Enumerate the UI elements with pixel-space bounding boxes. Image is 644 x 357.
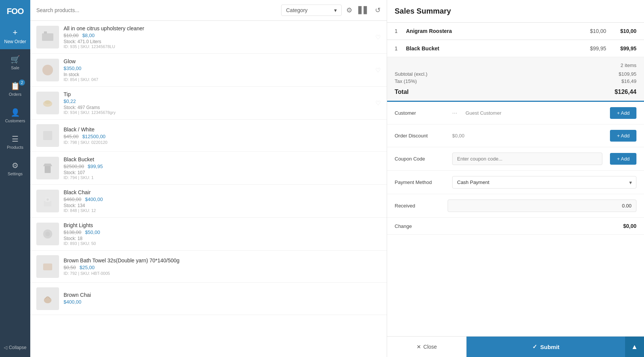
product-current-price: $0,22 [64, 98, 76, 104]
new-order-button[interactable]: + New Order [0, 23, 30, 49]
order-item-unit-price: $10,00 [576, 28, 606, 34]
change-value: $0,00 [448, 223, 636, 229]
product-item[interactable]: Tip $0,22 Stock: 497 Grams ID: 934 | SKU… [30, 87, 387, 120]
sidebar-item-sale-label: Sale [11, 65, 19, 70]
product-id-sku: ID: 935 | SKU: 12345678LU [64, 44, 371, 49]
svg-point-2 [42, 65, 53, 75]
coupon-input[interactable] [452, 153, 602, 165]
product-item[interactable]: Black Chair $460,00 $400,00 Stock: 134 I… [30, 185, 387, 218]
product-item[interactable]: Glow $350,00 In stock ID: 854 | SKU: 047… [30, 54, 387, 87]
refresh-icon[interactable]: ↺ [375, 6, 381, 14]
panel-footer: ✕ Close ✓ Submit ▲ [387, 336, 644, 357]
submit-label: Submit [540, 344, 560, 350]
product-info: Brown Chai $400,00 [64, 292, 381, 306]
add-customer-button[interactable]: + Add [610, 107, 636, 119]
orders-badge: 2 [19, 80, 25, 86]
top-bar: Category ▾ ⚙ ▋▋ ↺ [30, 0, 387, 21]
add-discount-button[interactable]: + Add [610, 130, 636, 142]
product-id-sku: ID: 792 | SKU: HBT-0005 [64, 271, 381, 276]
total-value: $126,44 [614, 89, 636, 95]
received-input[interactable] [448, 200, 636, 212]
check-icon: ✓ [532, 343, 537, 350]
orders-icon: 📋 [11, 81, 20, 90]
favorite-icon[interactable]: ♡ [375, 34, 381, 41]
product-current-price: $50,00 [85, 229, 100, 235]
product-price: $400,00 [64, 299, 381, 305]
order-item-total: $99,95 [606, 45, 636, 51]
product-item[interactable]: Brown Chai $400,00 [30, 283, 387, 315]
search-input[interactable] [36, 7, 277, 13]
more-icon[interactable]: ··· [452, 110, 457, 117]
new-order-label: New Order [4, 39, 26, 44]
chevron-down-icon: ▾ [334, 7, 337, 13]
product-item[interactable]: All in one citrus upholstery cleaner $10… [30, 21, 387, 54]
sale-icon: 🛒 [11, 55, 20, 64]
top-bar-icons: ⚙ ▋▋ ↺ [346, 6, 381, 14]
close-button[interactable]: ✕ Close [387, 337, 467, 357]
product-thumbnail [36, 124, 59, 147]
favorite-icon[interactable]: ♡ [375, 100, 381, 107]
product-price: $2500,00 $99,95 [64, 164, 381, 169]
sidebar-item-orders[interactable]: 📋 Orders 2 [0, 76, 30, 102]
chevron-up-icon: ▲ [631, 343, 638, 351]
product-name: All in one citrus upholstery cleaner [64, 25, 371, 31]
tax-row: Tax (15%) $16,49 [395, 78, 636, 84]
category-label: Category [286, 7, 308, 13]
received-label: Received [395, 203, 448, 209]
right-panel: Sales Summary 1 Anigram Roostera $10,00 … [387, 0, 644, 357]
product-item[interactable]: Brown Bath Towel 32s(Double yarn) 70*140… [30, 251, 387, 283]
product-item[interactable]: Bright Lights $138,00 $50,00 Stock: 18 I… [30, 218, 387, 251]
order-item-row[interactable]: 1 Black Bucket $99,95 $99,95 [387, 40, 644, 57]
svg-point-4 [45, 100, 51, 104]
product-current-price: $12500,00 [82, 134, 105, 139]
product-name: Tip [64, 91, 371, 97]
sidebar-item-settings-label: Settings [8, 171, 23, 176]
svg-rect-5 [43, 131, 52, 140]
product-price: $0,50 $25,00 [64, 265, 381, 270]
product-id-sku: ID: 934 | SKU: 12345678gry [64, 110, 371, 115]
product-price: $350,00 [64, 65, 371, 71]
sidebar-item-settings[interactable]: ⚙ Settings [0, 155, 30, 182]
add-coupon-button[interactable]: + Add [610, 153, 636, 165]
svg-rect-13 [43, 263, 52, 270]
collapse-button[interactable]: ◁ Collapse [0, 338, 30, 357]
product-old-price: $2500,00 [64, 164, 84, 169]
svg-rect-0 [42, 33, 53, 41]
product-name: Brown Bath Towel 32s(Double yarn) 70*140… [64, 257, 381, 263]
product-item[interactable]: Black Bucket $2500,00 $99,95 Stock: 107 … [30, 152, 387, 185]
product-thumbnail [36, 223, 59, 245]
svg-point-14 [44, 297, 51, 303]
category-select[interactable]: Category ▾ [281, 5, 342, 16]
discount-row: Order Discount $0,00 + Add [387, 125, 644, 147]
product-item[interactable]: Black / White $45,00 $12500,00 ID: 798 |… [30, 120, 387, 152]
product-info: Glow $350,00 In stock ID: 854 | SKU: 047 [64, 58, 371, 82]
filter-icon[interactable]: ⚙ [346, 6, 352, 14]
product-info: Black / White $45,00 $12500,00 ID: 798 |… [64, 126, 381, 145]
order-item-name: Anigram Roostera [406, 28, 576, 34]
tax-label: Tax (15%) [395, 78, 417, 84]
product-stock: Stock: 18 [64, 236, 381, 241]
sidebar-item-customers[interactable]: 👤 Customers [0, 102, 30, 129]
customer-label: Customer [395, 110, 448, 116]
product-current-price: $400,00 [85, 196, 103, 202]
product-id-sku: ID: 848 | SKU: 12 [64, 208, 381, 213]
payment-method-select[interactable]: Cash Payment Card Payment Online Payment [452, 176, 636, 189]
sidebar-item-products[interactable]: ☰ Products [0, 129, 30, 155]
discount-label: Order Discount [395, 133, 448, 139]
barcode-icon[interactable]: ▋▋ [358, 6, 369, 14]
product-price: $138,00 $50,00 [64, 229, 381, 235]
discount-value: $0,00 [452, 133, 605, 139]
svg-rect-1 [44, 31, 47, 34]
order-item-row[interactable]: 1 Anigram Roostera $10,00 $10,00 [387, 23, 644, 40]
submit-expand-button[interactable]: ▲ [625, 337, 644, 357]
submit-button[interactable]: ✓ Submit [467, 337, 625, 357]
customer-row: Customer ··· Guest Customer + Add [387, 102, 644, 125]
product-price: $460,00 $400,00 [64, 196, 381, 202]
product-info: All in one citrus upholstery cleaner $10… [64, 25, 371, 49]
payment-method-label: Payment Method [395, 179, 448, 185]
product-old-price: $138,00 [64, 229, 81, 235]
change-row: Change $0,00 [387, 218, 644, 235]
sidebar-item-sale[interactable]: 🛒 Sale [0, 49, 30, 76]
favorite-icon[interactable]: ♡ [375, 67, 381, 74]
product-stock: Stock: 134 [64, 203, 381, 208]
